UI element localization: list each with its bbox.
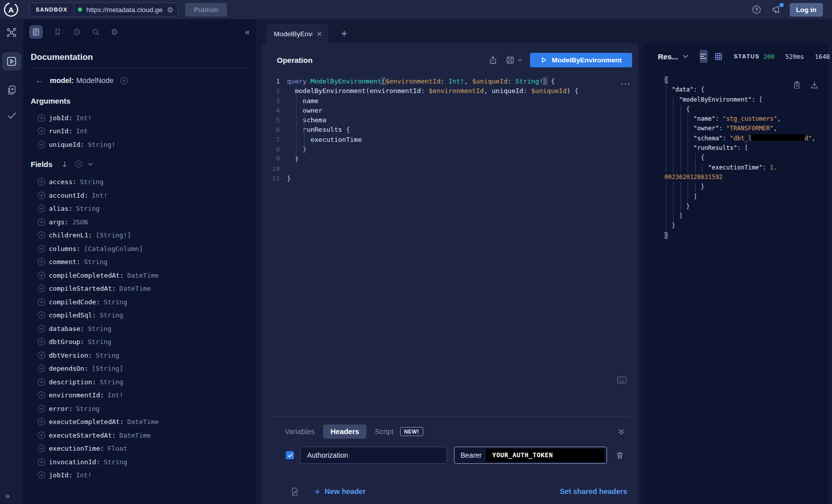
add-field-icon[interactable] <box>37 364 46 373</box>
field-type[interactable]: String <box>88 338 111 346</box>
field-name[interactable]: database: <box>49 325 84 332</box>
save-dropdown-chevron-icon[interactable] <box>517 58 522 62</box>
field-name[interactable]: compiledCode: <box>49 298 100 306</box>
field-name[interactable]: executeStartedAt: <box>49 432 116 439</box>
add-field-icon[interactable] <box>37 204 46 213</box>
add-field-icon[interactable] <box>37 178 46 186</box>
table-view-toggle-icon[interactable] <box>714 52 723 61</box>
save-icon[interactable] <box>505 55 515 65</box>
field-type[interactable]: [CatalogColumn] <box>84 245 143 253</box>
header-key-input[interactable]: Authorization <box>300 447 447 464</box>
code-line[interactable]: 11 } <box>261 174 638 183</box>
field-name[interactable]: compileStartedAt: <box>49 285 116 292</box>
field-name[interactable]: args: <box>49 218 68 226</box>
field-type[interactable]: DateTime <box>127 418 159 426</box>
field-type[interactable]: DateTime <box>127 272 159 279</box>
field-type[interactable]: String <box>104 298 127 306</box>
response-title[interactable]: Res... <box>658 52 678 61</box>
field-name[interactable]: alias: <box>49 205 72 212</box>
field-type[interactable]: Float <box>108 445 127 452</box>
tab-variables[interactable]: Variables <box>285 428 315 436</box>
field-name[interactable]: description: <box>49 378 96 386</box>
header-value-input[interactable]: Bearer YOUR_AUTH_TOKEN <box>454 447 607 464</box>
code-line[interactable]: 1 query ModelByEnvironment($environmentI… <box>261 76 638 86</box>
add-field-icon[interactable] <box>37 417 46 426</box>
add-field-icon[interactable] <box>37 324 46 333</box>
tab-headers[interactable]: Headers <box>323 425 366 439</box>
add-field-icon[interactable] <box>37 114 46 122</box>
field-name[interactable]: dbtVersion: <box>49 352 92 359</box>
schema-graph-icon[interactable] <box>6 27 17 38</box>
field-type[interactable]: [String] <box>92 365 123 372</box>
field-type[interactable]: Int! <box>108 391 123 399</box>
code-line[interactable]: 4 owner <box>261 106 638 115</box>
collapse-request-panel-icon[interactable] <box>618 428 625 436</box>
add-field-icon[interactable] <box>37 258 46 266</box>
field-type[interactable]: String <box>88 325 111 332</box>
operation-collection-icon[interactable] <box>6 85 17 96</box>
code-line[interactable]: 9 } <box>261 154 638 163</box>
field-name[interactable]: dependsOn: <box>49 365 88 372</box>
field-type[interactable]: DateTime <box>119 432 151 439</box>
add-field-icon[interactable] <box>37 231 46 239</box>
header-enabled-checkbox[interactable] <box>286 451 294 459</box>
field-type[interactable]: DateTime <box>119 285 151 292</box>
operation-tab[interactable]: ModelByEnvi... <box>266 24 328 43</box>
field-type[interactable]: String <box>104 458 127 466</box>
code-line[interactable]: 6 runResults { <box>261 125 638 134</box>
share-icon[interactable] <box>488 55 498 65</box>
add-field-icon[interactable] <box>37 218 46 226</box>
endpoint-url-text[interactable]: https://metadata.cloud.get <box>86 6 163 14</box>
code-line[interactable]: 5 schema <box>261 115 638 125</box>
add-field-icon[interactable] <box>37 311 46 319</box>
settings-gear-icon[interactable]: ⚙ <box>111 28 118 36</box>
back-arrow-icon[interactable]: ← <box>35 76 43 85</box>
response-body[interactable]: { "data": { "modelByEnvironment": [ { "n… <box>643 69 828 240</box>
sort-fields-icon[interactable] <box>61 160 68 168</box>
field-name[interactable]: compileCompletedAt: <box>49 272 124 279</box>
field-type[interactable]: String <box>80 178 104 186</box>
field-name[interactable]: accountId: <box>49 192 88 199</box>
field-name[interactable]: childrenL1: <box>49 231 92 239</box>
login-button[interactable]: Log in <box>790 3 823 17</box>
field-name[interactable]: jobId: <box>49 114 72 122</box>
endpoint-url-input[interactable]: https://metadata.cloud.get ⚙ <box>74 3 177 16</box>
edit-headers-doc-icon[interactable] <box>290 487 299 496</box>
close-tab-icon[interactable] <box>317 31 322 37</box>
add-field-icon[interactable] <box>37 391 46 399</box>
field-type[interactable]: String <box>76 205 100 212</box>
explorer-nav-item[interactable] <box>2 52 21 70</box>
checklist-icon[interactable] <box>6 110 17 121</box>
expand-rail-icon[interactable]: » <box>5 491 10 501</box>
field-name[interactable]: executionTime: <box>49 445 104 452</box>
announcements-megaphone-icon[interactable] <box>772 5 782 15</box>
field-type[interactable]: String <box>100 378 123 386</box>
add-field-icon[interactable] <box>37 351 46 360</box>
documentation-tab-icon[interactable] <box>29 25 43 39</box>
copy-response-icon[interactable] <box>792 80 801 90</box>
add-field-icon[interactable] <box>37 298 46 306</box>
field-name[interactable]: runId: <box>49 127 72 135</box>
history-icon[interactable] <box>72 28 81 36</box>
field-name[interactable]: environmentId: <box>49 391 104 399</box>
add-field-icon[interactable] <box>37 378 46 386</box>
add-type-icon[interactable] <box>120 76 128 85</box>
field-name[interactable]: access: <box>49 178 77 186</box>
code-line[interactable]: 8 } <box>261 144 638 154</box>
field-name[interactable]: uniqueId: <box>49 141 84 148</box>
field-type[interactable]: String! <box>88 141 115 148</box>
run-operation-button[interactable]: ModelByEnvironment <box>530 53 632 67</box>
add-field-icon[interactable] <box>37 444 46 453</box>
publish-button[interactable]: Publish <box>185 3 227 17</box>
code-line[interactable]: 2 modelByEnvironment(environmentId: $env… <box>261 86 638 96</box>
editor-menu-dots-icon[interactable] <box>621 82 630 86</box>
field-type[interactable]: String <box>100 311 123 319</box>
set-shared-headers-link[interactable]: Set shared headers <box>560 487 627 495</box>
field-type[interactable]: JSON <box>72 218 88 226</box>
field-name[interactable]: comment: <box>49 258 81 266</box>
add-field-icon[interactable] <box>37 458 46 466</box>
breadcrumb-type[interactable]: ModelNode <box>77 76 114 85</box>
field-name[interactable]: jobId: <box>49 471 72 479</box>
field-type[interactable]: String <box>84 258 108 266</box>
field-type[interactable]: String <box>76 405 100 412</box>
